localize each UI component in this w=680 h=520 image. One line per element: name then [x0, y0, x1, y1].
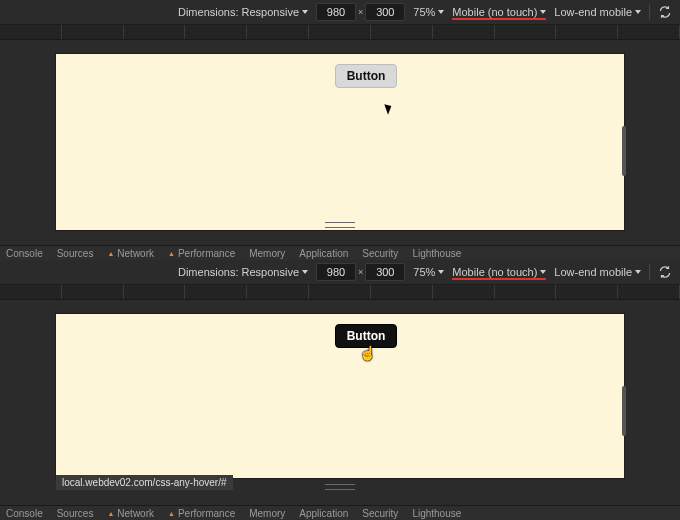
device-type-value: Mobile (no touch): [452, 266, 537, 278]
page-viewport[interactable]: Button ☝: [56, 314, 624, 478]
resize-handle[interactable]: [325, 222, 355, 228]
size-inputs: ×: [316, 3, 405, 21]
zoom-value: 75%: [413, 6, 435, 18]
demo-button[interactable]: Button: [335, 64, 397, 88]
device-toolbar: Dimensions: Responsive × 75% Mobile (no …: [0, 0, 680, 25]
tab-memory[interactable]: Memory: [249, 248, 285, 259]
throttle-dropdown[interactable]: Low-end mobile: [554, 266, 641, 278]
tab-network[interactable]: Network: [107, 508, 154, 519]
device-toolbar: Dimensions: Responsive × 75% Mobile (no …: [0, 260, 680, 285]
devtools-tabs[interactable]: Console Sources Network Performance Memo…: [0, 505, 680, 520]
throttle-value: Low-end mobile: [554, 266, 632, 278]
tab-performance[interactable]: Performance: [168, 508, 235, 519]
tab-security[interactable]: Security: [362, 248, 398, 259]
device-type-dropdown[interactable]: Mobile (no touch): [452, 266, 546, 278]
size-inputs: ×: [316, 263, 405, 281]
width-input[interactable]: [316, 263, 356, 281]
chevron-down-icon: [302, 270, 308, 274]
divider: [649, 264, 650, 280]
scrollbar-thumb[interactable]: [622, 386, 626, 436]
demo-button-label: Button: [347, 69, 386, 83]
throttle-value: Low-end mobile: [554, 6, 632, 18]
device-type-value: Mobile (no touch): [452, 6, 537, 18]
size-separator: ×: [358, 7, 363, 17]
cursor-hand-icon: ☝: [359, 346, 376, 360]
tab-lighthouse[interactable]: Lighthouse: [412, 508, 461, 519]
tab-sources[interactable]: Sources: [57, 248, 94, 259]
chevron-down-icon: [302, 10, 308, 14]
highlight-underline: [452, 18, 546, 20]
width-input[interactable]: [316, 3, 356, 21]
rotate-icon[interactable]: [658, 5, 672, 19]
chevron-down-icon: [540, 270, 546, 274]
chevron-down-icon: [540, 10, 546, 14]
chevron-down-icon: [635, 270, 641, 274]
rotate-icon[interactable]: [658, 265, 672, 279]
device-type-dropdown[interactable]: Mobile (no touch): [452, 6, 546, 18]
dimensions-label: Dimensions:: [178, 6, 239, 18]
tab-application[interactable]: Application: [299, 508, 348, 519]
dimensions-value: Responsive: [242, 266, 299, 278]
stage: Button: [0, 40, 680, 248]
tab-console[interactable]: Console: [6, 248, 43, 259]
dimensions-value: Responsive: [242, 6, 299, 18]
divider: [649, 4, 650, 20]
zoom-dropdown[interactable]: 75%: [413, 6, 444, 18]
stage: Button ☝ local.webdev02.com/css-any-hove…: [0, 300, 680, 508]
scrollbar-thumb[interactable]: [622, 126, 626, 176]
tab-lighthouse[interactable]: Lighthouse: [412, 248, 461, 259]
dimensions-dropdown[interactable]: Dimensions: Responsive: [178, 6, 308, 18]
zoom-dropdown[interactable]: 75%: [413, 266, 444, 278]
resize-handle[interactable]: [325, 484, 355, 490]
height-input[interactable]: [365, 3, 405, 21]
demo-button-label: Button: [347, 329, 386, 343]
highlight-underline: [452, 278, 546, 280]
tab-network[interactable]: Network: [107, 248, 154, 259]
throttle-dropdown[interactable]: Low-end mobile: [554, 6, 641, 18]
tab-memory[interactable]: Memory: [249, 508, 285, 519]
chevron-down-icon: [438, 10, 444, 14]
dimensions-dropdown[interactable]: Dimensions: Responsive: [178, 266, 308, 278]
ruler: [0, 285, 680, 300]
chevron-down-icon: [438, 270, 444, 274]
tab-sources[interactable]: Sources: [57, 508, 94, 519]
tab-security[interactable]: Security: [362, 508, 398, 519]
tab-application[interactable]: Application: [299, 248, 348, 259]
ruler: [0, 25, 680, 40]
chevron-down-icon: [635, 10, 641, 14]
page-viewport[interactable]: Button: [56, 54, 624, 230]
dimensions-label: Dimensions:: [178, 266, 239, 278]
height-input[interactable]: [365, 263, 405, 281]
url-tooltip: local.webdev02.com/css-any-hover/#: [56, 475, 233, 490]
devtools-tabs[interactable]: Console Sources Network Performance Memo…: [0, 245, 680, 260]
zoom-value: 75%: [413, 266, 435, 278]
size-separator: ×: [358, 267, 363, 277]
tab-performance[interactable]: Performance: [168, 248, 235, 259]
tab-console[interactable]: Console: [6, 508, 43, 519]
